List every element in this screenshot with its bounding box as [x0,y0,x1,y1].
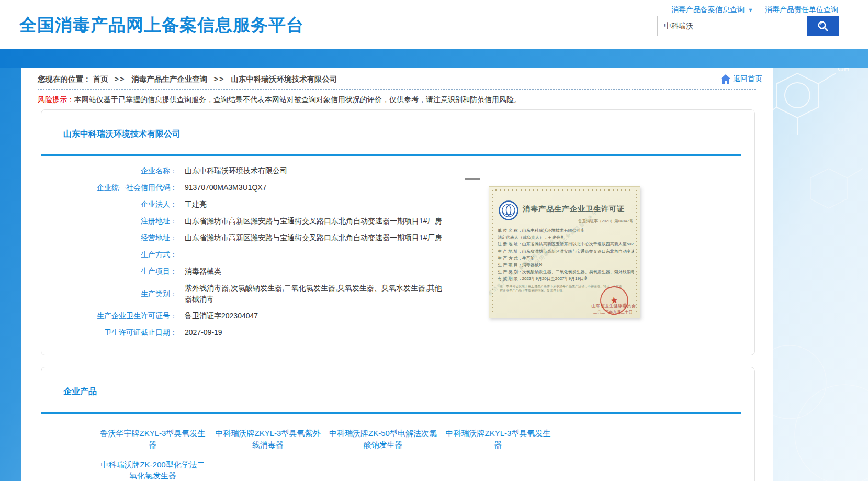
certificate-line: 有 效 期 限：2023年9月20日至2027年9月19日※ [498,275,634,282]
products-card-title: 企业产品 [41,367,754,397]
breadcrumb-prefix: 您现在的位置： [38,75,91,83]
search-icon [817,20,829,32]
title-underline [41,154,741,156]
nav-filing-info-query[interactable]: 消毒产品备案信息查询 ▼ [671,5,753,15]
info-row-business-address: 经营地址： 山东省潍坊市高新区潍安路与宝通街交叉路口东北角自动变速器一期项目1#… [41,232,754,243]
product-link[interactable]: 中科瑞沃牌ZKYL-3型臭氧发生器 [444,428,552,451]
top-nav: 消毒产品备案信息查询 ▼ 消毒产品责任单位查询 [671,5,838,15]
header: 全国消毒产品网上备案信息服务平台 消毒产品备案信息查询 ▼ 消毒产品责任单位查询 [0,0,868,49]
main-container: 您现在的位置： 首页 >> 消毒产品生产企业查询 >> 山东中科瑞沃环境技术有限… [21,68,773,481]
breadcrumb-home[interactable]: 首页 [93,75,108,83]
nav-responsible-unit-query[interactable]: 消毒产品责任单位查询 [765,5,838,15]
info-row-company-name: 企业名称： 山东中科瑞沃环境技术有限公司 [41,165,754,176]
info-row-production-category: 生产类别： 紫外线消毒器,次氯酸钠发生器,二氧化氯发生器,臭氧发生器、臭氧水发生… [41,283,754,305]
info-row-license-number: 生产企业卫生许可证号： 鲁卫消证字202304047 [41,310,754,321]
search-input[interactable] [657,16,807,36]
certificate-border-dots [495,189,634,191]
company-info-card: 山东中科瑞沃环境技术有限公司 企业名称： 山东中科瑞沃环境技术有限公司 企业统一… [41,109,755,355]
certificate-title: 消毒产品生产企业卫生许可证 [523,204,625,214]
risk-notice: 风险提示：本网站仅基于已掌握的信息提供查询服务，查询结果不代表本网站对被查询对象… [38,95,773,105]
home-icon [720,74,731,84]
info-row-license-expiry: 卫生许可证截止日期： 2027-09-19 [41,327,754,338]
info-row-production-mode: 生产方式： [41,249,754,260]
risk-notice-label: 风险提示： [38,95,74,104]
certificate-emblem-icon [498,200,519,221]
search-button[interactable] [807,16,839,36]
product-link[interactable]: 中科瑞沃牌ZK-200型化学法二氧化氯发生器 [99,459,207,481]
dashed-divider [38,89,756,90]
product-link[interactable]: 鲁沃华宇牌ZKYL-3型臭氧发生器 [99,428,207,451]
info-row-legal-person: 企业法人： 王建亮 [41,199,754,210]
risk-notice-text: 本网站仅基于已掌握的信息提供查询服务，查询结果不代表本网站对被查询对象信用状况的… [74,95,521,104]
breadcrumb-company-query[interactable]: 消毒产品生产企业查询 [132,75,208,83]
certificate-line: 生 产 方 式：生产※ [498,255,634,262]
certificate-line: 生 产 地 址：山东省潍坊市高新区潍安路与宝通街交叉路口东北角自动变速器一期项目… [498,248,634,255]
license-certificate-image: 消毒产品生产企业卫生许可证 鲁卫消证字（2023）第04047号 单 位 名 称… [489,186,640,318]
product-list: 鲁沃华宇牌ZKYL-3型臭氧发生器 中科瑞沃牌ZKYL-3型臭氧紫外线消毒器 中… [41,414,612,481]
info-row-registered-address: 注册地址： 山东省潍坊市高新区潍安路与宝通街交叉路口东北角自动变速器一期项目1#… [41,216,754,227]
info-row-production-project: 生产项目： 消毒器械类 [41,266,754,277]
back-home-link[interactable]: 返回首页 [720,74,762,84]
small-dash-mark [465,178,480,180]
breadcrumb-separator: >> [214,75,225,83]
info-row-credit-code: 企业统一社会信用代码： 91370700MA3M3U1QX7 [41,182,754,193]
product-link[interactable]: 中科瑞沃牌ZKYL-3型臭氧紫外线消毒器 [214,428,322,451]
breadcrumb-separator: >> [115,75,126,83]
company-products-card: 企业产品 鲁沃华宇牌ZKYL-3型臭氧发生器 中科瑞沃牌ZKYL-3型臭氧紫外线… [41,367,755,481]
breadcrumb-current: 山东中科瑞沃环境技术有限公司 [231,75,337,83]
site-title: 全国消毒产品网上备案信息服务平台 [19,14,304,37]
company-info-list: 企业名称： 山东中科瑞沃环境技术有限公司 企业统一社会信用代码： 9137070… [41,165,754,338]
breadcrumb: 您现在的位置： 首页 >> 消毒产品生产企业查询 >> 山东中科瑞沃环境技术有限… [38,74,337,84]
product-link[interactable]: 中科瑞沃牌ZK-50型电解法次氯酸钠发生器 [329,428,437,451]
company-card-title: 山东中科瑞沃环境技术有限公司 [41,110,754,140]
header-blue-band [0,49,868,68]
search-bar [657,16,839,36]
chevron-down-icon: ▼ [748,7,753,13]
